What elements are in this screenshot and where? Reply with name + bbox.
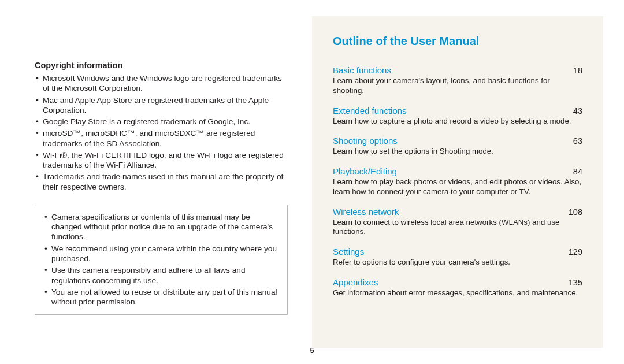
list-item: Wi-Fi®, the Wi-Fi CERTIFIED logo, and th… (35, 150, 288, 170)
toc-entry-appendixes[interactable]: Appendixes 135 (333, 277, 582, 287)
list-item: You are not allowed to reuse or distribu… (43, 287, 279, 307)
notice-list: Camera specifications or contents of thi… (43, 212, 279, 307)
toc-entry-wireless-network[interactable]: Wireless network 108 (333, 207, 582, 217)
toc-desc: Refer to options to configure your camer… (333, 258, 582, 268)
notice-box: Camera specifications or contents of thi… (35, 205, 288, 315)
list-item: Mac and Apple App Store are registered t… (35, 95, 288, 116)
list-item: microSD™, microSDHC™, and microSDXC™ are… (35, 128, 288, 148)
toc-entry-playback-editing[interactable]: Playback/Editing 84 (333, 166, 582, 176)
right-column: Outline of the User Manual Basic functio… (312, 0, 624, 364)
list-item: Microsoft Windows and the Windows logo a… (35, 73, 288, 94)
toc-page: 18 (573, 66, 582, 75)
toc-label: Basic functions (333, 65, 391, 75)
copyright-heading: Copyright information (35, 61, 288, 70)
toc-entry-basic-functions[interactable]: Basic functions 18 (333, 65, 582, 75)
outline-panel: Outline of the User Manual Basic functio… (312, 16, 603, 348)
left-column: Copyright information Microsoft Windows … (0, 0, 312, 364)
toc-page: 43 (573, 106, 582, 116)
list-item: Camera specifications or contents of thi… (43, 212, 279, 242)
toc-desc: Learn how to capture a photo and record … (333, 117, 582, 127)
toc-desc: Learn how to set the options in Shooting… (333, 147, 582, 157)
toc-page: 108 (569, 207, 582, 217)
toc-page: 129 (569, 247, 582, 257)
toc-page: 84 (573, 167, 582, 176)
toc-entry-settings[interactable]: Settings 129 (333, 247, 582, 257)
trademarks-list: Microsoft Windows and the Windows logo a… (35, 73, 288, 192)
toc-label: Extended functions (333, 106, 407, 116)
list-item: Google Play Store is a registered tradem… (35, 117, 288, 127)
toc-entry-extended-functions[interactable]: Extended functions 43 (333, 106, 582, 116)
toc-label: Appendixes (333, 277, 378, 287)
page-number: 5 (310, 346, 314, 355)
list-item: Use this camera responsibly and adhere t… (43, 265, 279, 285)
toc-desc: Learn to connect to wireless local area … (333, 218, 582, 237)
toc-page: 135 (569, 278, 582, 287)
toc-desc: Learn about your camera's layout, icons,… (333, 76, 582, 96)
toc-desc: Learn how to play back photos or videos,… (333, 177, 582, 197)
toc-label: Settings (333, 247, 364, 257)
toc-label: Wireless network (333, 207, 399, 217)
outline-title: Outline of the User Manual (333, 35, 582, 48)
list-item: Trademarks and trade names used in this … (35, 172, 288, 192)
toc-label: Shooting options (333, 136, 398, 146)
toc-page: 63 (573, 136, 582, 146)
toc-desc: Get information about error messages, sp… (333, 288, 582, 298)
toc-label: Playback/Editing (333, 166, 397, 176)
list-item: We recommend using your camera within th… (43, 244, 279, 264)
toc-entry-shooting-options[interactable]: Shooting options 63 (333, 136, 582, 146)
